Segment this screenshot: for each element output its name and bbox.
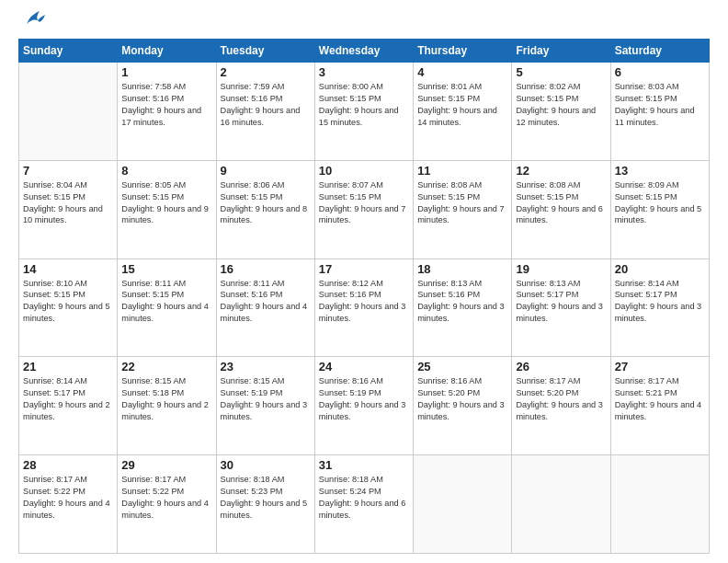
calendar-cell: 14Sunrise: 8:10 AM Sunset: 5:15 PM Dayli… — [19, 259, 118, 357]
day-number: 16 — [221, 262, 311, 276]
calendar-week-row: 21Sunrise: 8:14 AM Sunset: 5:17 PM Dayli… — [19, 357, 710, 455]
calendar-header-row: SundayMondayTuesdayWednesdayThursdayFrid… — [19, 40, 710, 63]
calendar-day-header: Monday — [118, 40, 216, 63]
calendar-cell — [610, 455, 709, 554]
day-info: Sunrise: 8:15 AM Sunset: 5:18 PM Dayligh… — [121, 375, 211, 423]
calendar-cell: 11Sunrise: 8:08 AM Sunset: 5:15 PM Dayli… — [414, 160, 512, 259]
day-number: 5 — [516, 65, 606, 79]
day-number: 14 — [23, 262, 113, 276]
calendar-cell — [19, 63, 118, 161]
calendar-cell: 5Sunrise: 8:02 AM Sunset: 5:15 PM Daylig… — [512, 63, 610, 161]
day-number: 19 — [516, 262, 606, 276]
day-info: Sunrise: 8:16 AM Sunset: 5:20 PM Dayligh… — [417, 375, 507, 423]
day-number: 13 — [615, 164, 705, 178]
day-info: Sunrise: 8:18 AM Sunset: 5:24 PM Dayligh… — [319, 474, 409, 522]
calendar-table: SundayMondayTuesdayWednesdayThursdayFrid… — [18, 39, 710, 554]
logo-bird-icon — [21, 7, 47, 29]
calendar-cell: 6Sunrise: 8:03 AM Sunset: 5:15 PM Daylig… — [610, 63, 709, 161]
day-number: 4 — [417, 65, 507, 79]
calendar-cell: 2Sunrise: 7:59 AM Sunset: 5:16 PM Daylig… — [216, 63, 314, 161]
calendar-cell: 17Sunrise: 8:12 AM Sunset: 5:16 PM Dayli… — [314, 259, 413, 357]
day-number: 28 — [23, 458, 113, 472]
day-number: 23 — [221, 360, 311, 373]
calendar-cell: 16Sunrise: 8:11 AM Sunset: 5:16 PM Dayli… — [216, 259, 314, 357]
calendar-cell: 20Sunrise: 8:14 AM Sunset: 5:17 PM Dayli… — [610, 259, 709, 357]
calendar-cell: 29Sunrise: 8:17 AM Sunset: 5:22 PM Dayli… — [118, 455, 216, 554]
calendar-cell: 12Sunrise: 8:08 AM Sunset: 5:15 PM Dayli… — [512, 160, 610, 259]
calendar-cell: 10Sunrise: 8:07 AM Sunset: 5:15 PM Dayli… — [314, 160, 413, 259]
calendar-cell: 15Sunrise: 8:11 AM Sunset: 5:15 PM Dayli… — [118, 259, 216, 357]
day-info: Sunrise: 7:58 AM Sunset: 5:16 PM Dayligh… — [121, 81, 211, 129]
day-number: 6 — [615, 65, 705, 79]
day-info: Sunrise: 8:13 AM Sunset: 5:17 PM Dayligh… — [516, 278, 606, 326]
calendar-week-row: 28Sunrise: 8:17 AM Sunset: 5:22 PM Dayli… — [19, 455, 710, 554]
day-info: Sunrise: 8:09 AM Sunset: 5:15 PM Dayligh… — [615, 179, 705, 227]
calendar-cell: 31Sunrise: 8:18 AM Sunset: 5:24 PM Dayli… — [314, 455, 413, 554]
calendar-cell: 23Sunrise: 8:15 AM Sunset: 5:19 PM Dayli… — [216, 357, 314, 455]
calendar-day-header: Wednesday — [314, 40, 413, 63]
calendar-cell: 8Sunrise: 8:05 AM Sunset: 5:15 PM Daylig… — [118, 160, 216, 259]
day-number: 2 — [221, 65, 311, 79]
calendar-day-header: Thursday — [414, 40, 512, 63]
calendar-day-header: Saturday — [610, 40, 709, 63]
calendar-cell: 26Sunrise: 8:17 AM Sunset: 5:20 PM Dayli… — [512, 357, 610, 455]
calendar-cell: 4Sunrise: 8:01 AM Sunset: 5:15 PM Daylig… — [414, 63, 512, 161]
day-info: Sunrise: 8:02 AM Sunset: 5:15 PM Dayligh… — [516, 81, 606, 129]
day-number: 31 — [319, 458, 409, 472]
day-info: Sunrise: 8:05 AM Sunset: 5:15 PM Dayligh… — [121, 179, 211, 227]
day-info: Sunrise: 8:11 AM Sunset: 5:16 PM Dayligh… — [221, 278, 311, 326]
calendar-cell: 1Sunrise: 7:58 AM Sunset: 5:16 PM Daylig… — [118, 63, 216, 161]
calendar-cell: 3Sunrise: 8:00 AM Sunset: 5:15 PM Daylig… — [314, 63, 413, 161]
day-number: 17 — [319, 262, 409, 276]
calendar-day-header: Sunday — [19, 40, 118, 63]
day-number: 12 — [516, 164, 606, 178]
day-info: Sunrise: 8:17 AM Sunset: 5:21 PM Dayligh… — [615, 375, 705, 423]
day-number: 10 — [319, 164, 409, 178]
calendar-cell: 28Sunrise: 8:17 AM Sunset: 5:22 PM Dayli… — [19, 455, 118, 554]
day-info: Sunrise: 8:17 AM Sunset: 5:22 PM Dayligh… — [121, 474, 211, 522]
day-number: 22 — [121, 360, 211, 373]
calendar-cell: 22Sunrise: 8:15 AM Sunset: 5:18 PM Dayli… — [118, 357, 216, 455]
day-info: Sunrise: 8:00 AM Sunset: 5:15 PM Dayligh… — [319, 81, 409, 129]
day-number: 7 — [23, 164, 113, 178]
calendar-cell: 9Sunrise: 8:06 AM Sunset: 5:15 PM Daylig… — [216, 160, 314, 259]
day-number: 29 — [121, 458, 211, 472]
day-info: Sunrise: 8:12 AM Sunset: 5:16 PM Dayligh… — [319, 278, 409, 326]
header — [18, 17, 710, 29]
day-number: 9 — [221, 164, 311, 178]
day-number: 24 — [319, 360, 409, 373]
day-number: 3 — [319, 65, 409, 79]
day-number: 27 — [615, 360, 705, 373]
day-info: Sunrise: 8:04 AM Sunset: 5:15 PM Dayligh… — [23, 179, 113, 227]
day-info: Sunrise: 8:10 AM Sunset: 5:15 PM Dayligh… — [23, 278, 113, 326]
day-info: Sunrise: 8:11 AM Sunset: 5:15 PM Dayligh… — [121, 278, 211, 326]
calendar-cell: 13Sunrise: 8:09 AM Sunset: 5:15 PM Dayli… — [610, 160, 709, 259]
day-number: 18 — [417, 262, 507, 276]
day-info: Sunrise: 8:17 AM Sunset: 5:20 PM Dayligh… — [516, 375, 606, 423]
calendar-week-row: 1Sunrise: 7:58 AM Sunset: 5:16 PM Daylig… — [19, 63, 710, 161]
day-info: Sunrise: 8:17 AM Sunset: 5:22 PM Dayligh… — [23, 474, 113, 522]
calendar-cell: 19Sunrise: 8:13 AM Sunset: 5:17 PM Dayli… — [512, 259, 610, 357]
calendar-cell: 21Sunrise: 8:14 AM Sunset: 5:17 PM Dayli… — [19, 357, 118, 455]
day-number: 11 — [417, 164, 507, 178]
page: SundayMondayTuesdayWednesdayThursdayFrid… — [0, 0, 728, 563]
day-number: 21 — [23, 360, 113, 373]
day-info: Sunrise: 8:01 AM Sunset: 5:15 PM Dayligh… — [417, 81, 507, 129]
day-number: 20 — [615, 262, 705, 276]
calendar-cell: 25Sunrise: 8:16 AM Sunset: 5:20 PM Dayli… — [414, 357, 512, 455]
day-number: 8 — [121, 164, 211, 178]
day-number: 15 — [121, 262, 211, 276]
logo — [18, 17, 47, 29]
calendar-cell: 27Sunrise: 8:17 AM Sunset: 5:21 PM Dayli… — [610, 357, 709, 455]
calendar-cell: 18Sunrise: 8:13 AM Sunset: 5:16 PM Dayli… — [414, 259, 512, 357]
day-info: Sunrise: 8:14 AM Sunset: 5:17 PM Dayligh… — [615, 278, 705, 326]
calendar-day-header: Tuesday — [216, 40, 314, 63]
calendar-cell: 24Sunrise: 8:16 AM Sunset: 5:19 PM Dayli… — [314, 357, 413, 455]
calendar-cell: 30Sunrise: 8:18 AM Sunset: 5:23 PM Dayli… — [216, 455, 314, 554]
day-info: Sunrise: 8:13 AM Sunset: 5:16 PM Dayligh… — [417, 278, 507, 326]
day-number: 30 — [221, 458, 311, 472]
day-info: Sunrise: 8:03 AM Sunset: 5:15 PM Dayligh… — [615, 81, 705, 129]
calendar-cell — [512, 455, 610, 554]
calendar-cell — [414, 455, 512, 554]
day-info: Sunrise: 8:08 AM Sunset: 5:15 PM Dayligh… — [417, 179, 507, 227]
